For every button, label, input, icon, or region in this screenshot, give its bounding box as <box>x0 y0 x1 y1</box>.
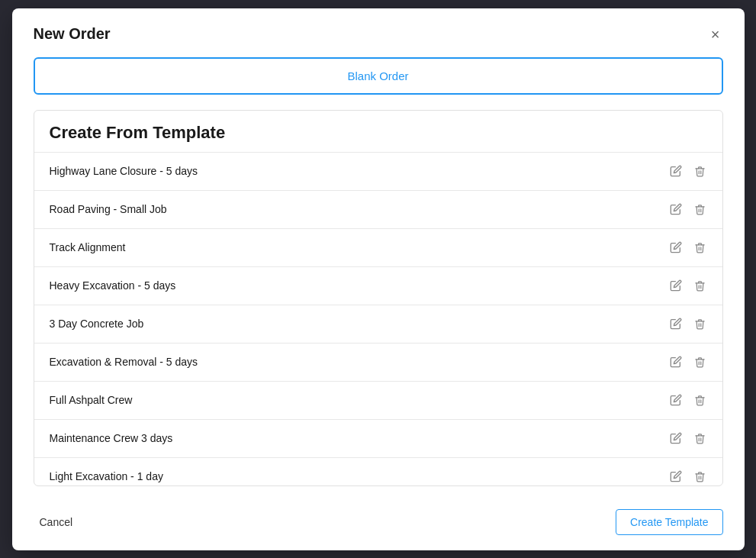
template-actions <box>668 163 707 179</box>
modal-title: New Order <box>34 25 111 43</box>
delete-template-button[interactable] <box>693 392 707 408</box>
template-name: Heavy Excavation - 5 days <box>50 279 176 292</box>
template-name: Track Alignment <box>50 241 126 253</box>
template-item[interactable]: Maintenance Crew 3 days <box>34 419 722 457</box>
template-list: Highway Lane Closure - 5 daysRoad Paving… <box>34 152 722 485</box>
modal-body: Blank Order Create From Template Highway… <box>12 57 745 498</box>
template-actions <box>668 469 707 485</box>
template-name: Excavation & Removal - 5 days <box>50 356 198 368</box>
delete-template-button[interactable] <box>693 202 707 218</box>
template-actions <box>668 392 707 408</box>
delete-template-button[interactable] <box>693 431 707 447</box>
template-item[interactable]: Light Excavation - 1 day <box>34 457 722 485</box>
delete-template-button[interactable] <box>693 354 707 370</box>
edit-template-button[interactable] <box>668 163 684 179</box>
edit-template-button[interactable] <box>668 354 684 369</box>
edit-template-button[interactable] <box>668 240 684 255</box>
template-actions <box>668 316 707 332</box>
template-item[interactable]: Road Paving - Small Job <box>34 190 722 228</box>
delete-template-button[interactable] <box>693 469 707 485</box>
template-section: Create From Template Highway Lane Closur… <box>34 110 723 486</box>
template-name: Light Excavation - 1 day <box>50 470 163 482</box>
modal-footer: Cancel Create Template <box>12 498 745 550</box>
edit-template-button[interactable] <box>668 392 684 408</box>
create-template-button[interactable]: Create Template <box>616 509 722 535</box>
template-item[interactable]: 3 Day Concrete Job <box>34 305 722 343</box>
edit-template-button[interactable] <box>668 316 684 331</box>
template-actions <box>668 354 707 370</box>
template-item[interactable]: Excavation & Removal - 5 days <box>34 343 722 381</box>
delete-template-button[interactable] <box>693 163 707 179</box>
new-order-modal: New Order × Blank Order Create From Temp… <box>12 8 745 550</box>
delete-template-button[interactable] <box>693 316 707 332</box>
delete-template-button[interactable] <box>693 240 707 256</box>
template-name: Maintenance Crew 3 days <box>50 432 173 444</box>
blank-order-button[interactable]: Blank Order <box>34 57 723 95</box>
delete-template-button[interactable] <box>693 278 707 294</box>
edit-template-button[interactable] <box>668 278 684 293</box>
cancel-button[interactable]: Cancel <box>34 513 79 531</box>
template-actions <box>668 278 707 294</box>
edit-template-button[interactable] <box>668 469 684 484</box>
template-actions <box>668 240 707 256</box>
template-actions <box>668 202 707 218</box>
template-item[interactable]: Highway Lane Closure - 5 days <box>34 152 722 190</box>
template-name: 3 Day Concrete Job <box>50 318 144 330</box>
close-button[interactable]: × <box>708 24 723 45</box>
template-name: Road Paving - Small Job <box>50 203 167 215</box>
template-item[interactable]: Heavy Excavation - 5 days <box>34 266 722 305</box>
template-section-heading: Create From Template <box>34 111 722 152</box>
template-item[interactable]: Track Alignment <box>34 228 722 266</box>
modal-header: New Order × <box>12 8 745 57</box>
edit-template-button[interactable] <box>668 202 684 217</box>
edit-template-button[interactable] <box>668 431 684 446</box>
template-name: Full Ashpalt Crew <box>50 394 133 406</box>
template-name: Highway Lane Closure - 5 days <box>50 165 198 177</box>
template-actions <box>668 431 707 447</box>
template-item[interactable]: Full Ashpalt Crew <box>34 381 722 419</box>
